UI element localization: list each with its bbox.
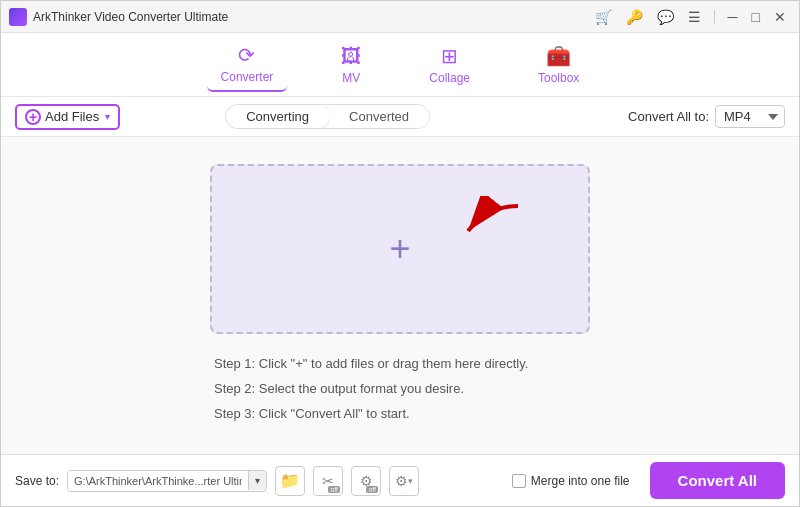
tab-group: Converting Converted: [225, 104, 430, 129]
save-to-label: Save to:: [15, 474, 59, 488]
merge-label: Merge into one file: [531, 474, 630, 488]
drop-zone[interactable]: +: [210, 164, 590, 334]
close-icon[interactable]: ✕: [769, 7, 791, 27]
cut-off-badge: off: [328, 486, 340, 493]
instructions-block: Step 1: Click "+" to add files or drag t…: [210, 352, 590, 426]
cut-tool-button[interactable]: ✂ off: [313, 466, 343, 496]
format-select[interactable]: MP4 MKV AVI MOV WMV: [715, 105, 785, 128]
convert-all-to-label: Convert All to:: [628, 109, 709, 124]
minimize-icon[interactable]: ─: [723, 7, 743, 27]
nav-label-collage: Collage: [429, 71, 470, 85]
settings-tool-button[interactable]: ⚙ off: [351, 466, 381, 496]
convert-all-button[interactable]: Convert All: [650, 462, 785, 499]
main-content: + Step 1: Click "+" to add files or drag…: [1, 137, 799, 454]
chat-icon[interactable]: 💬: [652, 7, 679, 27]
instruction-step-3: Step 3: Click "Convert All" to start.: [214, 402, 590, 427]
tab-converting[interactable]: Converting: [226, 105, 329, 128]
arrow-graphic: [408, 196, 528, 266]
nav-item-collage[interactable]: ⊞ Collage: [415, 38, 484, 91]
merge-checkbox[interactable]: [512, 474, 526, 488]
maximize-icon[interactable]: □: [747, 7, 765, 27]
toolbar-row: + Add Files ▾ Converting Converted Conve…: [1, 97, 799, 137]
app-logo: [9, 8, 27, 26]
nav-label-mv: MV: [342, 71, 360, 85]
nav-label-toolbox: Toolbox: [538, 71, 579, 85]
nav-label-converter: Converter: [221, 70, 274, 84]
settings-off-badge: off: [366, 486, 378, 493]
toolbox-icon: 🧰: [546, 44, 571, 68]
convert-all-to-section: Convert All to: MP4 MKV AVI MOV WMV: [628, 105, 785, 128]
window-controls: 🛒 🔑 💬 ☰ ─ □ ✕: [590, 7, 791, 27]
instruction-step-1: Step 1: Click "+" to add files or drag t…: [214, 352, 590, 377]
menu-icon[interactable]: ☰: [683, 7, 706, 27]
open-folder-button[interactable]: 📁: [275, 466, 305, 496]
drop-zone-wrapper: + Step 1: Click "+" to add files or drag…: [210, 164, 590, 426]
add-files-label: Add Files: [45, 109, 99, 124]
save-path-dropdown-arrow[interactable]: ▾: [248, 471, 266, 490]
add-files-plus-icon: +: [25, 109, 41, 125]
add-files-button[interactable]: + Add Files ▾: [15, 104, 120, 130]
more-settings-button[interactable]: ⚙ ▾: [389, 466, 419, 496]
app-title: ArkThinker Video Converter Ultimate: [33, 10, 590, 24]
separator: [714, 10, 715, 24]
cart-icon[interactable]: 🛒: [590, 7, 617, 27]
key-icon[interactable]: 🔑: [621, 7, 648, 27]
bottom-bar: Save to: ▾ 📁 ✂ off ⚙ off ⚙ ▾ Merge into …: [1, 454, 799, 506]
drop-zone-plus-icon: +: [389, 231, 410, 267]
save-path-box: ▾: [67, 470, 267, 492]
nav-item-toolbox[interactable]: 🧰 Toolbox: [524, 38, 593, 91]
nav-item-converter[interactable]: ⟳ Converter: [207, 37, 288, 92]
tab-converted[interactable]: Converted: [329, 105, 429, 128]
merge-checkbox-area: Merge into one file: [512, 474, 630, 488]
instruction-step-2: Step 2: Select the output format you des…: [214, 377, 590, 402]
nav-bar: ⟳ Converter 🖼 MV ⊞ Collage 🧰 Toolbox: [1, 33, 799, 97]
mv-icon: 🖼: [341, 45, 361, 68]
title-bar: ArkThinker Video Converter Ultimate 🛒 🔑 …: [1, 1, 799, 33]
collage-icon: ⊞: [441, 44, 458, 68]
nav-item-mv[interactable]: 🖼 MV: [327, 39, 375, 91]
save-path-input[interactable]: [68, 471, 248, 491]
converter-icon: ⟳: [238, 43, 255, 67]
add-files-dropdown-arrow: ▾: [105, 111, 110, 122]
